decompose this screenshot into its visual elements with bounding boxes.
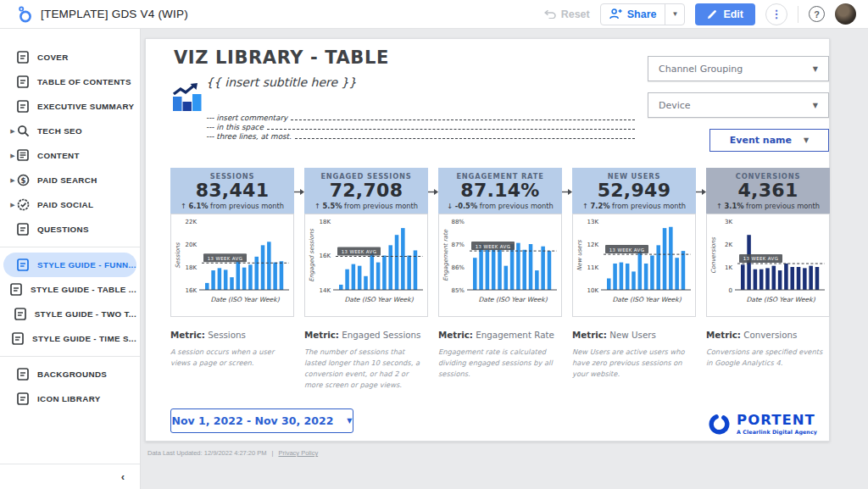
sidebar-item-paid-social[interactable]: ▶PAID SOCIAL (3, 192, 136, 217)
kebab-icon: ⋮ (771, 8, 782, 20)
svg-text:13K: 13K (587, 219, 599, 225)
expand-caret-icon: ▶ (8, 202, 17, 208)
kpi-value: 52,949 (572, 181, 696, 201)
sidebar-item-executive-summary[interactable]: EXECUTIVE SUMMARY (3, 94, 136, 119)
svg-text:18K: 18K (186, 264, 198, 271)
metric-definition-text: The number of sessions that lasted longe… (304, 347, 428, 390)
sidebar-item-backgrounds[interactable]: BACKGROUNDS (3, 362, 136, 386)
metric-definition-text: Engagement rate is calculated dividing e… (438, 347, 562, 380)
kpi-delta: ↑ 7.2% from previous month (572, 202, 696, 210)
kpi-header: NEW USERS52,949↑ 7.2% from previous mont… (572, 168, 696, 214)
page-icon (17, 75, 30, 88)
svg-text:10K: 10K (587, 287, 599, 294)
more-options-button[interactable]: ⋮ (765, 3, 787, 25)
sidebar-item-style-guide-two-t[interactable]: STYLE GUIDE - TWO T... (3, 302, 136, 326)
kpi-chart-engaged-sessions[interactable]: 18K16K14KEngaged sessions13 WEEK AVGDate… (304, 214, 428, 317)
flow-arrow-icon (696, 188, 706, 390)
report-title: [TEMPLATE] GDS V4 (WIP) (41, 8, 188, 20)
sidebar-item-table-of-contents[interactable]: TABLE OF CONTENTS (3, 69, 136, 94)
page-icon (17, 100, 30, 113)
user-avatar[interactable] (835, 3, 856, 25)
svg-text:$: $ (21, 176, 26, 185)
svg-text:16K: 16K (186, 287, 198, 294)
kpi-card-engagement-rate: ENGAGEMENT RATE87.14%↓ -0.5% from previo… (438, 168, 562, 390)
metric-definition-title: Metric: Conversions (706, 330, 830, 340)
sidebar-item-label: TABLE OF CONTENTS (37, 77, 131, 86)
svg-text:13 WEEK AVG: 13 WEEK AVG (609, 247, 645, 253)
sidebar-item-questions[interactable]: QUESTIONS (3, 217, 136, 242)
collapse-sidebar-button[interactable]: ‹ (121, 470, 125, 483)
down-arrow-icon: ↓ (447, 202, 453, 210)
date-range-picker[interactable]: Nov 1, 2022 - Nov 30, 2022 ▼ (170, 408, 353, 433)
metric-definition-title: Metric: Engaged Sessions (304, 330, 428, 340)
dollar-icon: $ (17, 174, 30, 186)
sidebar-item-label: STYLE GUIDE - TWO T... (35, 309, 136, 319)
sidebar-item-label: PAID SOCIAL (37, 200, 93, 209)
sidebar-item-paid-search[interactable]: ▶$PAID SEARCH (3, 168, 136, 192)
help-button[interactable]: ? (809, 6, 825, 22)
sidebar-item-content[interactable]: ▶CONTENT (3, 143, 136, 168)
privacy-policy-link[interactable]: Privacy Policy (278, 449, 318, 457)
kpi-chart-engagement-rate[interactable]: 88%87%86%85%Engagement rate13 WEEK AVGDa… (438, 214, 562, 317)
sidebar-item-label: EXECUTIVE SUMMARY (37, 102, 134, 111)
kpi-delta: ↑ 5.5% from previous month (304, 202, 428, 210)
dash-fill (291, 119, 635, 120)
metric-definition-title: Metric: Sessions (170, 330, 294, 340)
sidebar-item-style-guide-funn[interactable]: STYLE GUIDE - FUNN... (3, 253, 136, 277)
chevron-down-icon: ▼ (813, 65, 818, 73)
svg-text:22K: 22K (186, 219, 198, 225)
sidebar-item-icon-library[interactable]: ICON LIBRARY (3, 386, 136, 411)
svg-text:Conversions: Conversions (710, 236, 717, 274)
kpi-chart-conversions[interactable]: 3K2K1K0Conversions13 WEEK AVGDate (ISO Y… (706, 214, 830, 317)
chevron-down-icon: ▼ (347, 417, 352, 425)
flow-arrow-icon (428, 188, 438, 390)
svg-text:Date (ISO Year Week): Date (ISO Year Week) (612, 296, 682, 303)
svg-text:13 WEEK AVG: 13 WEEK AVG (342, 249, 377, 254)
sidebar-item-style-guide-table[interactable]: STYLE GUIDE - TABLE ... (3, 277, 136, 302)
dash-fill (295, 138, 635, 139)
svg-text:Date (ISO Year Week): Date (ISO Year Week) (344, 296, 414, 303)
portent-ring-icon (708, 413, 731, 436)
portent-logo: PORTENT A Clearlink Digital Agency (708, 413, 817, 436)
metric-definition-title: Metric: Engagement Rate (438, 330, 562, 340)
metric-definition-text: A session occurs when a user views a pag… (170, 347, 294, 369)
sidebar-item-label: ICON LIBRARY (37, 394, 101, 403)
svg-text:0: 0 (729, 287, 732, 294)
filter-event-name[interactable]: Event name ▼ (709, 129, 829, 152)
search-icon (17, 125, 30, 137)
sidebar-item-label: STYLE GUIDE - TIME S... (32, 334, 136, 343)
sidebar-item-cover[interactable]: COVER (3, 45, 136, 69)
kpi-header: CONVERSIONS4,361↑ 3.1% from previous mon… (706, 168, 830, 214)
up-arrow-icon: ↑ (314, 202, 320, 210)
sidebar-item-label: QUESTIONS (37, 225, 89, 234)
chevron-down-icon: ▼ (804, 136, 809, 144)
page-icon (17, 258, 30, 271)
kpi-header: SESSIONS83,441↑ 6.1% from previous month (170, 168, 294, 214)
filter-channel-grouping[interactable]: Channel Grouping ▼ (648, 56, 829, 81)
top-app-bar: [TEMPLATE] GDS V4 (WIP) Reset Share ▼ (0, 0, 868, 29)
bar-chart-trend-icon (172, 83, 203, 113)
pencil-icon (707, 9, 717, 19)
svg-text:20K: 20K (186, 242, 198, 248)
sidebar-divider (0, 247, 140, 247)
page-subtitle: {{ insert subtitle here }} (206, 75, 356, 89)
sidebar-item-label: STYLE GUIDE - TABLE ... (31, 285, 136, 294)
up-arrow-icon: ↑ (582, 202, 588, 210)
edit-button[interactable]: Edit (695, 3, 755, 25)
footer-divider: | (272, 449, 274, 457)
kpi-chart-new-users[interactable]: 13K12K11K10KNew users13 WEEK AVGDate (IS… (572, 214, 696, 317)
dash-fill (267, 129, 635, 130)
svg-text:85%: 85% (451, 287, 465, 294)
portent-tagline: A Clearlink Digital Agency (737, 429, 817, 435)
svg-text:New users: New users (576, 239, 583, 271)
page-icon (14, 308, 27, 320)
mini-bar-chart: 13K12K11K10KNew users13 WEEK AVGDate (IS… (573, 214, 695, 316)
share-options-caret[interactable]: ▼ (665, 4, 684, 25)
sidebar-item-style-guide-time-s[interactable]: STYLE GUIDE - TIME S... (3, 326, 136, 351)
share-button[interactable]: Share (601, 4, 665, 25)
sidebar-item-tech-seo[interactable]: ▶TECH SEO (3, 119, 136, 143)
filter-device[interactable]: Device ▼ (648, 92, 829, 118)
kpi-chart-sessions[interactable]: 22K20K18K16KSessions13 WEEK AVGDate (ISO… (170, 214, 294, 317)
svg-text:87%: 87% (451, 242, 465, 248)
reset-button[interactable]: Reset (544, 8, 590, 20)
